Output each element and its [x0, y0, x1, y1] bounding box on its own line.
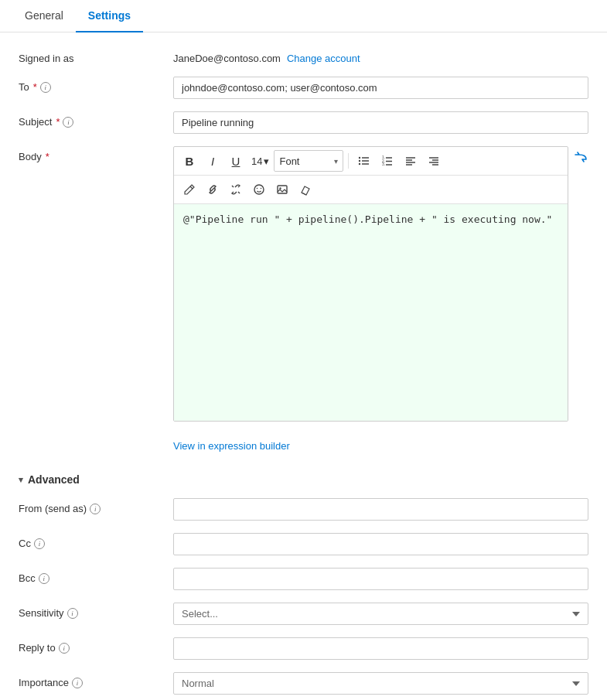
subject-info-icon[interactable]: i	[63, 117, 73, 128]
emoji-button[interactable]	[248, 179, 270, 200]
svg-line-21	[211, 188, 214, 191]
align-right-button[interactable]	[423, 150, 445, 172]
bold-button[interactable]: B	[179, 150, 200, 172]
underline-button[interactable]: U	[225, 150, 247, 172]
subject-input[interactable]	[173, 111, 588, 134]
font-name-label: Font	[279, 155, 299, 167]
from-control	[173, 498, 588, 521]
font-size-selector[interactable]: 14 ▾	[248, 150, 272, 172]
cc-info-icon[interactable]: i	[34, 538, 45, 549]
from-input[interactable]	[173, 498, 588, 521]
subject-row: Subject * i	[19, 111, 588, 134]
toolbar-row1: B I U 14 ▾ Font ▾	[174, 147, 568, 176]
importance-row: Importance i Low Normal High	[19, 672, 588, 695]
from-info-icon[interactable]: i	[90, 504, 101, 514]
align-right-icon	[428, 155, 440, 167]
svg-point-26	[261, 188, 262, 190]
editor-body[interactable]: @"Pipeline run " + pipeline().Pipeline +…	[174, 204, 568, 421]
dynamic-indicator[interactable]	[568, 146, 588, 167]
importance-select[interactable]: Low Normal High	[173, 672, 588, 695]
image-button[interactable]	[271, 179, 293, 200]
body-content: @"Pipeline run " + pipeline().Pipeline +…	[183, 213, 552, 225]
align-left-button[interactable]	[400, 150, 421, 172]
reply-to-input[interactable]	[173, 637, 588, 660]
bcc-control	[173, 568, 588, 590]
signed-in-value: JaneDoe@contoso.com Change account	[173, 48, 360, 64]
cc-control	[173, 533, 588, 555]
svg-point-0	[359, 157, 360, 159]
pen-icon	[183, 183, 196, 196]
cc-row: Cc i	[19, 533, 588, 555]
bcc-input[interactable]	[173, 568, 588, 590]
body-label: Body *	[19, 146, 173, 162]
reply-to-info-icon[interactable]: i	[59, 643, 70, 654]
bcc-info-icon[interactable]: i	[39, 573, 49, 584]
unlink-button[interactable]	[225, 179, 247, 200]
number-list-button[interactable]: 1. 2. 3.	[377, 150, 398, 172]
advanced-header[interactable]: ▾ Advanced	[19, 464, 588, 498]
importance-label: Importance i	[19, 672, 173, 688]
svg-point-28	[279, 187, 281, 189]
to-info-icon[interactable]: i	[40, 82, 51, 93]
cc-input[interactable]	[173, 533, 588, 555]
importance-info-icon[interactable]: i	[72, 678, 83, 688]
importance-control: Low Normal High	[173, 672, 588, 695]
svg-line-23	[238, 192, 240, 193]
unlink-icon	[230, 183, 242, 196]
pen-button[interactable]	[179, 179, 200, 200]
change-account-link[interactable]: Change account	[287, 53, 360, 64]
tab-bar: General Settings	[0, 0, 607, 32]
bullet-list-button[interactable]	[353, 150, 375, 172]
signed-in-row: Signed in as JaneDoe@contoso.com Change …	[19, 48, 588, 64]
view-expression-link[interactable]: View in expression builder	[173, 440, 290, 452]
italic-button[interactable]: I	[202, 150, 223, 172]
bcc-row: Bcc i	[19, 568, 588, 590]
emoji-icon	[253, 183, 265, 196]
dynamic-content-icon	[573, 149, 588, 165]
signed-in-email: JaneDoe@contoso.com	[173, 53, 281, 64]
bullet-list-icon	[358, 155, 370, 167]
editor-container: B I U 14 ▾ Font ▾	[173, 146, 568, 422]
svg-line-20	[190, 186, 193, 189]
from-row: From (send as) i	[19, 498, 588, 521]
subject-label: Subject * i	[19, 111, 173, 128]
to-input[interactable]	[173, 77, 588, 99]
to-row: To * i	[19, 77, 588, 99]
main-content: Signed in as JaneDoe@contoso.com Change …	[0, 32, 607, 700]
font-size-arrow: ▾	[264, 155, 269, 167]
svg-text:3.: 3.	[382, 162, 385, 166]
body-required-marker: *	[46, 151, 49, 162]
font-dropdown-arrow: ▾	[334, 157, 338, 166]
link-icon	[206, 183, 219, 196]
sensitivity-label: Sensitivity i	[19, 603, 173, 619]
tab-settings[interactable]: Settings	[76, 0, 143, 32]
sensitivity-info-icon[interactable]: i	[67, 608, 78, 619]
font-size-value: 14	[251, 155, 262, 167]
toolbar-divider1	[348, 153, 349, 169]
svg-point-25	[257, 188, 258, 190]
reply-to-control	[173, 637, 588, 660]
image-icon	[276, 183, 288, 196]
tab-general[interactable]: General	[12, 0, 76, 32]
number-list-icon: 1. 2. 3.	[381, 155, 394, 167]
subject-control	[173, 111, 588, 134]
align-left-icon	[404, 155, 417, 167]
cc-label: Cc i	[19, 533, 173, 549]
link-button[interactable]	[202, 179, 223, 200]
toolbar-row2	[174, 176, 568, 204]
from-label: From (send as) i	[19, 498, 173, 514]
expression-link-container: View in expression builder	[173, 440, 290, 452]
subject-required-marker: *	[56, 116, 60, 128]
expression-builder-row: View in expression builder	[19, 434, 588, 452]
svg-point-1	[359, 160, 360, 162]
svg-line-22	[232, 186, 234, 187]
svg-line-29	[302, 193, 306, 195]
reply-to-label: Reply to i	[19, 637, 173, 654]
eraser-button[interactable]	[295, 179, 316, 200]
sensitivity-control: Select... Normal Personal Private Confid…	[173, 603, 588, 625]
sensitivity-select[interactable]: Select... Normal Personal Private Confid…	[173, 603, 588, 625]
eraser-icon	[299, 183, 312, 196]
font-dropdown[interactable]: Font ▾	[274, 150, 343, 172]
to-control	[173, 77, 588, 99]
body-row: Body * B I U 14 ▾ Font ▾	[19, 146, 588, 422]
